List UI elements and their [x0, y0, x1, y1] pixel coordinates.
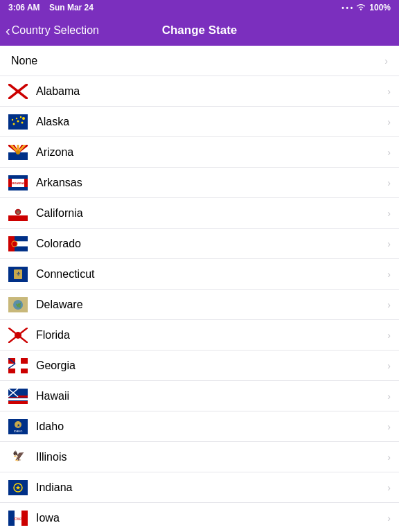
chevron-right-icon: ›: [387, 513, 391, 524]
state-name: California: [36, 207, 387, 220]
chevron-right-icon: ›: [387, 208, 391, 219]
state-flag-icon: [8, 236, 28, 251]
state-name: Georgia: [36, 360, 387, 372]
svg-rect-55: [8, 398, 28, 400]
list-item[interactable]: Florida›: [0, 320, 399, 351]
state-flag-icon: 🐻: [8, 206, 28, 221]
svg-rect-54: [8, 401, 28, 404]
state-name: Alaska: [36, 116, 387, 128]
chevron-right-icon: ›: [387, 421, 391, 432]
state-flag-icon: [8, 328, 28, 343]
state-name: Alabama: [36, 85, 387, 98]
status-right: • • • 100%: [342, 3, 391, 12]
svg-point-9: [20, 116, 21, 117]
svg-text:🌿: 🌿: [16, 303, 21, 308]
chevron-right-icon: ›: [387, 391, 391, 402]
state-name: Arkansas: [36, 177, 387, 189]
state-flag-icon: 🦅: [8, 450, 28, 465]
svg-point-8: [22, 117, 25, 120]
svg-point-47: [15, 332, 21, 339]
chevron-right-icon: ›: [387, 452, 391, 463]
svg-rect-24: [8, 175, 28, 179]
svg-text:★: ★: [15, 484, 21, 491]
chevron-right-icon: ›: [387, 177, 391, 188]
chevron-right-icon: ›: [387, 147, 391, 158]
state-name: Illinois: [36, 451, 387, 463]
list-item[interactable]: Arizona›: [0, 137, 399, 168]
chevron-right-icon: ›: [387, 116, 391, 127]
svg-point-7: [21, 121, 24, 123]
navigation-bar: ‹ Country Selection Change State: [0, 15, 399, 46]
svg-point-6: [17, 120, 19, 122]
svg-point-5: [13, 123, 15, 125]
list-item[interactable]: 🦅Illinois›: [0, 442, 399, 472]
none-item[interactable]: None ›: [0, 46, 399, 76]
state-flag-icon: [8, 389, 28, 404]
svg-text:IDAHO: IDAHO: [14, 429, 23, 433]
svg-text:ARKANSAS: ARKANSAS: [10, 181, 26, 185]
state-list: None › Alabama›Alaska›Arizona›ARKANSASAr…: [0, 46, 399, 532]
state-flag-icon: [8, 358, 28, 373]
svg-text:🦅: 🦅: [12, 450, 25, 462]
wifi-icon: [355, 3, 366, 12]
list-item[interactable]: Alabama›: [0, 76, 399, 107]
state-flag-icon: 🌿: [8, 297, 28, 312]
state-name: Florida: [36, 329, 387, 342]
state-flag-icon: ⚜: [8, 267, 28, 282]
back-chevron-icon: ‹: [6, 24, 10, 37]
chevron-right-icon: ›: [387, 330, 391, 341]
list-item[interactable]: Hawaii›: [0, 381, 399, 411]
list-item[interactable]: Alaska›: [0, 107, 399, 137]
back-button[interactable]: ‹ Country Selection: [6, 24, 99, 37]
chevron-right-icon: ›: [387, 86, 391, 97]
status-time-date: 3:06 AM Sun Mar 24: [8, 3, 94, 12]
state-name: Hawaii: [36, 390, 387, 402]
none-label: None: [11, 55, 384, 67]
chevron-right-icon: ›: [387, 360, 391, 371]
state-flag-icon: ★IDAHO: [8, 419, 28, 434]
page-title: Change State: [162, 24, 238, 37]
state-name: Delaware: [36, 299, 387, 311]
status-time: 3:06 AM: [8, 3, 40, 12]
state-name: Indiana: [36, 481, 387, 494]
chevron-right-icon: ›: [387, 482, 391, 493]
state-name: Iowa: [36, 512, 387, 524]
svg-text:★: ★: [17, 423, 20, 427]
list-item[interactable]: ★IDAHOIdaho›: [0, 411, 399, 442]
state-flag-icon: ★: [8, 480, 28, 495]
svg-text:🐻: 🐻: [16, 210, 21, 215]
svg-text:⚜: ⚜: [16, 271, 21, 277]
list-item[interactable]: Colorado›: [0, 229, 399, 259]
status-date: Sun Mar 24: [49, 3, 94, 12]
chevron-right-icon: ›: [387, 269, 391, 280]
list-item[interactable]: 🌿Delaware›: [0, 290, 399, 320]
status-bar: 3:06 AM Sun Mar 24 • • • 100%: [0, 0, 399, 15]
states-list-container: Alabama›Alaska›Arizona›ARKANSASArkansas›…: [0, 76, 399, 532]
back-label: Country Selection: [12, 24, 99, 37]
state-name: Idaho: [36, 420, 387, 433]
svg-rect-29: [8, 215, 28, 221]
state-flag-icon: ARKANSAS: [8, 175, 28, 190]
battery-indicator: 100%: [369, 3, 391, 12]
svg-point-10: [16, 117, 17, 118]
svg-point-0: [360, 9, 362, 10]
state-flag-icon: [8, 84, 28, 99]
state-flag-icon: IOWA: [8, 511, 28, 526]
svg-point-21: [16, 150, 20, 154]
svg-point-11: [12, 118, 13, 120]
chevron-right-icon: ›: [387, 299, 391, 310]
none-chevron-icon: ›: [384, 55, 388, 66]
state-name: Connecticut: [36, 268, 387, 281]
svg-point-37: [12, 241, 17, 246]
list-item[interactable]: IOWAIowa›: [0, 503, 399, 532]
list-item[interactable]: 🐻California›: [0, 198, 399, 229]
signal-icon: • • •: [342, 4, 353, 12]
state-name: Colorado: [36, 238, 387, 250]
state-flag-icon: [8, 145, 28, 160]
svg-rect-25: [8, 187, 28, 190]
list-item[interactable]: Georgia›: [0, 351, 399, 381]
chevron-right-icon: ›: [387, 238, 391, 249]
list-item[interactable]: ★Indiana›: [0, 472, 399, 503]
list-item[interactable]: ⚜Connecticut›: [0, 259, 399, 290]
list-item[interactable]: ARKANSASArkansas›: [0, 168, 399, 198]
